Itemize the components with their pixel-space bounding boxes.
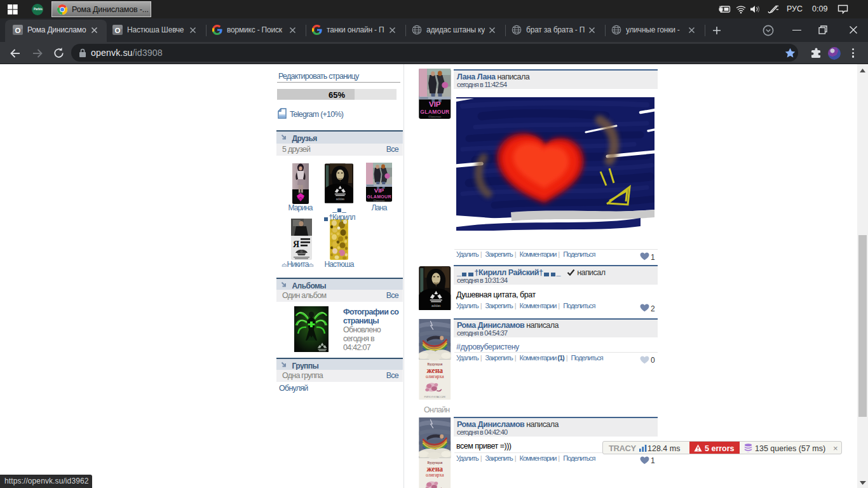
svg-text:VIP: VIP xyxy=(374,187,384,194)
svg-text:жена: жена xyxy=(426,366,443,374)
svg-text:РИПОЛ КЛАССИК: РИПОЛ КЛАССИК xyxy=(424,395,446,398)
svg-text:Glamorous: Glamorous xyxy=(374,199,385,202)
svg-text:Будущая: Будущая xyxy=(427,362,442,366)
svg-text:O: O xyxy=(115,27,121,34)
svg-text:adidas: adidas xyxy=(431,304,441,308)
svg-text:VIP: VIP xyxy=(429,100,441,108)
svg-text:O: O xyxy=(15,27,21,34)
svg-text:Я: Я xyxy=(293,240,299,249)
svg-text:Будущая: Будущая xyxy=(427,460,442,464)
svg-text:adidas: adidas xyxy=(336,197,345,200)
svg-text:олигарха: олигарха xyxy=(426,472,444,478)
svg-text:олигарха: олигарха xyxy=(426,374,444,379)
svg-text:GLAMOUR: GLAMOUR xyxy=(420,109,449,115)
svg-text:Glamorous: Glamorous xyxy=(428,115,441,118)
svg-text:жена: жена xyxy=(426,465,443,473)
